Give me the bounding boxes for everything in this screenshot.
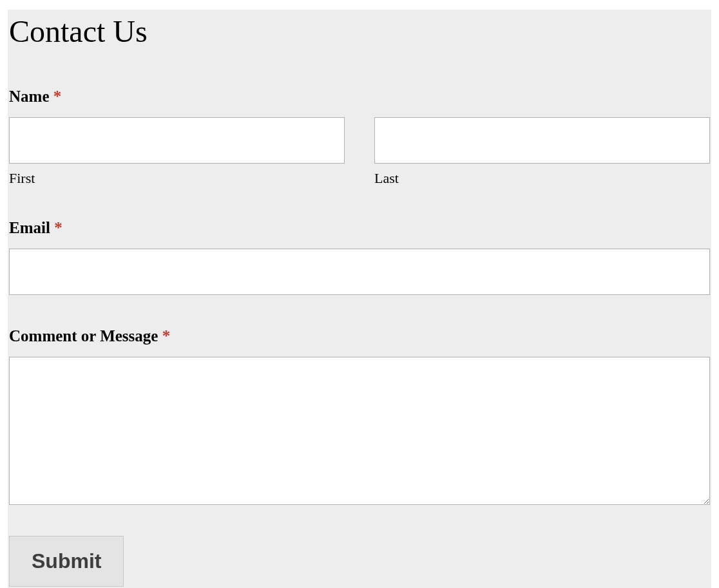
contact-form-panel: Contact Us Name * First Last Email [8, 10, 711, 588]
last-name-sublabel: Last [374, 170, 710, 187]
last-name-column: Last [374, 117, 710, 187]
first-name-sublabel: First [9, 170, 345, 187]
name-label-text: Name [9, 88, 49, 105]
email-input[interactable] [9, 249, 710, 295]
comment-label-text: Comment or Message [9, 327, 158, 345]
email-required-mark: * [54, 219, 62, 236]
name-inputs-row: First Last [9, 117, 710, 187]
first-name-column: First [9, 117, 345, 187]
first-name-input[interactable] [9, 117, 345, 164]
field-group-comment: Comment or Message * [8, 327, 711, 507]
comment-label: Comment or Message * [9, 327, 710, 345]
comment-required-mark: * [162, 327, 171, 345]
submit-wrap: Submit [8, 536, 711, 587]
submit-button[interactable]: Submit [9, 536, 124, 587]
page-title: Contact Us [8, 10, 711, 49]
last-name-input[interactable] [374, 117, 710, 164]
name-required-mark: * [53, 88, 62, 105]
field-group-email: Email * [8, 219, 711, 295]
email-label: Email * [9, 219, 710, 237]
field-group-name: Name * First Last [8, 88, 711, 187]
name-label: Name * [9, 88, 710, 106]
comment-textarea[interactable] [9, 357, 710, 505]
page: Contact Us Name * First Last Email [0, 10, 719, 588]
email-label-text: Email [9, 219, 50, 236]
